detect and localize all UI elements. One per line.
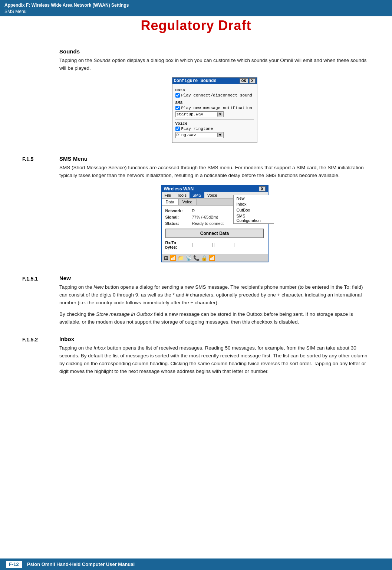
menu-file[interactable]: File <box>162 192 174 198</box>
menu-tools[interactable]: Tools <box>174 192 190 198</box>
voice-checkbox[interactable] <box>175 127 180 131</box>
dialog-sms-checkbox-row: Play new message notification <box>175 106 254 110</box>
menu-voice[interactable]: Voice <box>204 192 220 198</box>
dialog-data-label: Data <box>175 88 254 92</box>
sms-inbox[interactable]: Inbox <box>234 201 274 207</box>
voice-dropdown[interactable]: Ring.wav ▼ <box>175 132 224 138</box>
start-icon: ⊞ <box>164 255 168 261</box>
sounds-section: Sounds Tapping on the Sounds option disp… <box>22 48 370 150</box>
menu-sms[interactable]: SMS <box>190 192 204 198</box>
sms-menu-dropdown: New Inbox OutBox SMS Configuration <box>233 195 274 224</box>
f151-section: F.1.5.1 New Tapping on the New button op… <box>22 275 370 330</box>
header-line1: Appendix F: Wireless Wide Area Network (… <box>4 2 388 9</box>
sms-checkbox[interactable] <box>175 106 180 110</box>
voice-dropdown-value: Ring.wav <box>177 133 196 137</box>
sms-config[interactable]: SMS Configuration <box>234 213 274 223</box>
f15-num: F.1.5 <box>22 155 59 269</box>
tab-data[interactable]: Data <box>162 199 178 205</box>
wwan-dialog: Wireless WAN X File Tools SMS Voice New … <box>161 185 269 262</box>
dialog-voice-label: Voice <box>175 121 254 126</box>
f15-section: F.1.5 SMS Menu SMS (Short Message Servic… <box>22 155 370 269</box>
sms-new[interactable]: New <box>234 195 274 201</box>
signal-bars-icon: 📡 <box>185 255 192 261</box>
f151-title: New <box>59 275 370 281</box>
wifi-icon: 📶 <box>170 255 176 261</box>
wwan-dialog-wrap: Wireless WAN X File Tools SMS Voice New … <box>59 185 370 262</box>
sms-dropdown-arrow: ▼ <box>217 112 222 117</box>
folder-icon: 📁 <box>178 255 184 261</box>
signal-value: 77% (-65dBm) <box>192 215 218 219</box>
status-value: Ready to connect <box>192 221 224 226</box>
header-line2: SMS Menu <box>4 9 388 15</box>
f151-num: F.1.5.1 <box>22 275 59 330</box>
sms-dropdown-row: startup.wav ▼ <box>175 111 254 117</box>
connect-data-btn[interactable]: Connect Data <box>165 229 264 238</box>
voice-dropdown-row: Ring.wav ▼ <box>175 132 254 138</box>
sounds-title: Sounds <box>59 48 370 55</box>
dialog-titlebar-buttons: OK X <box>240 78 256 83</box>
wwan-dialog-positioner: Wireless WAN X File Tools SMS Voice New … <box>161 185 269 262</box>
dialog-ok-btn[interactable]: OK <box>240 78 248 83</box>
signal-label: Signal: <box>165 215 192 219</box>
f15-description: SMS (Short Message Service) functions ar… <box>59 164 370 180</box>
tx-bar <box>214 243 234 247</box>
footer-text: Psion Omnii Hand-Held Computer User Manu… <box>27 561 135 567</box>
sounds-desc-before: Tapping on the <box>59 58 93 63</box>
f151-para1-before: Tapping on the <box>59 284 93 290</box>
configure-sounds-dialog-wrap: Configure Sounds OK X Data Play connect/… <box>59 77 370 143</box>
f152-para1-after: button opens the list of received messag… <box>59 345 367 374</box>
f152-body: Inbox Tapping on the Inbox button opens … <box>59 336 370 379</box>
network-value: R <box>192 209 195 213</box>
dialog-close-btn[interactable]: X <box>249 78 256 83</box>
dialog-content: Data Play connect/disconnect sound SMS P… <box>172 84 257 142</box>
dialog-sms-label: SMS <box>175 101 254 105</box>
data-checkbox[interactable] <box>175 93 180 98</box>
wwan-footer: ⊞ 📶 📁 📡 📞 🔒 📶 <box>162 254 268 262</box>
f152-para1-italic: Inbox <box>93 345 106 351</box>
voice-checkbox-label: Play ringtone <box>181 127 213 131</box>
header-bar: Appendix F: Wireless Wide Area Network (… <box>0 0 392 16</box>
f151-para2-italic: Store message in Outbox <box>96 311 152 317</box>
f152-para1-before: Tapping on the <box>59 345 93 351</box>
rx-bar <box>192 243 213 247</box>
f151-para1: Tapping on the New button opens a dialog… <box>59 284 370 307</box>
rxtx-bars <box>192 243 234 247</box>
f151-para2: By checking the Store message in Outbox … <box>59 311 370 326</box>
wwan-menubar: File Tools SMS Voice New Inbox OutBox SM… <box>162 192 268 199</box>
f152-num: F.1.5.2 <box>22 336 59 379</box>
f151-para1-italic: New <box>93 284 103 290</box>
data-checkbox-label: Play connect/disconnect sound <box>181 93 252 98</box>
dialog-voice-checkbox-row: Play ringtone <box>175 127 254 131</box>
sounds-left-spacer <box>22 48 59 150</box>
wwan-titlebar: Wireless WAN X <box>162 186 268 192</box>
dialog-titlebar: Configure Sounds OK X <box>172 78 257 84</box>
main-content: Sounds Tapping on the Sounds option disp… <box>0 37 392 393</box>
f151-para2-before: By checking the <box>59 311 96 317</box>
f152-title: Inbox <box>59 336 370 342</box>
network-label: Network: <box>165 209 192 213</box>
f152-section: F.1.5.2 Inbox Tapping on the Inbox butto… <box>22 336 370 379</box>
sounds-desc-italic: Sounds <box>93 58 111 63</box>
sms-dropdown[interactable]: startup.wav ▼ <box>175 111 224 117</box>
voice-dropdown-arrow: ▼ <box>217 133 222 137</box>
f151-body: New Tapping on the New button opens a di… <box>59 275 370 330</box>
sms-checkbox-label: Play new message notification <box>181 106 252 110</box>
status-label: Status: <box>165 221 192 226</box>
wwan-close-btn[interactable]: X <box>259 186 265 191</box>
rxtx-row: Rx/Txbytes: <box>165 240 264 249</box>
phone-icon: 📞 <box>193 255 200 261</box>
tab-voice[interactable]: Voice <box>178 199 197 205</box>
watermark-title: Regulatory Draft <box>0 16 392 37</box>
f152-para1: Tapping on the Inbox button opens the li… <box>59 344 370 376</box>
rxtx-label: Rx/Txbytes: <box>165 240 192 249</box>
dialog-title: Configure Sounds <box>174 78 217 83</box>
divider1 <box>175 99 254 99</box>
wwan-title: Wireless WAN <box>164 186 194 191</box>
wwan-footer-icons: ⊞ 📶 📁 📡 📞 🔒 📶 <box>164 255 215 261</box>
sms-outbox[interactable]: OutBox <box>234 207 274 213</box>
dialog-data-checkbox-row: Play connect/disconnect sound <box>175 93 254 98</box>
sms-dropdown-value: startup.wav <box>177 112 204 117</box>
f15-body: SMS Menu SMS (Short Message Service) fun… <box>59 155 370 269</box>
footer-label: F-12 <box>6 561 22 568</box>
sounds-body: Sounds Tapping on the Sounds option disp… <box>59 48 370 150</box>
